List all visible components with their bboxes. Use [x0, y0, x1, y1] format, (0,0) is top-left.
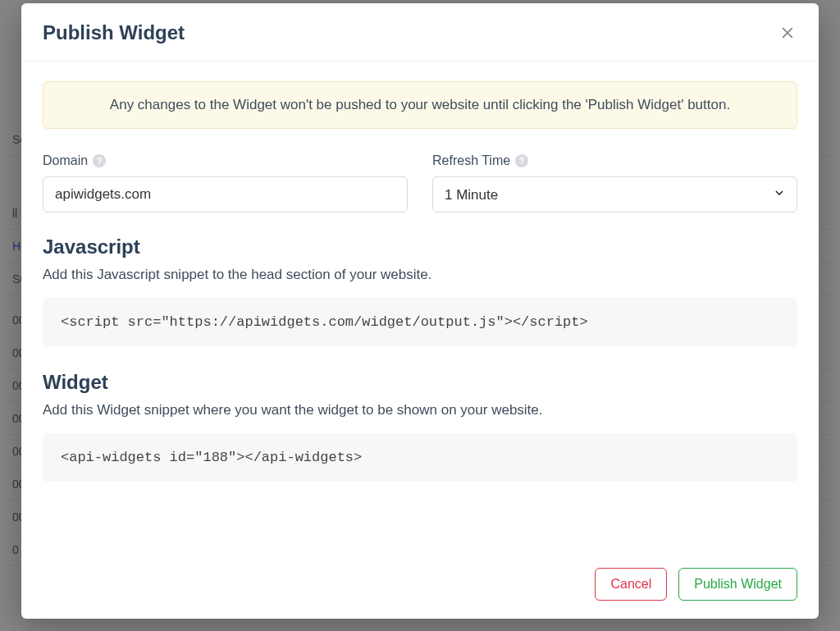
widget-section-title: Widget: [43, 371, 797, 394]
widget-section-desc: Add this Widget snippet where you want t…: [43, 402, 797, 418]
domain-field-group: Domain ?: [43, 153, 408, 213]
help-icon[interactable]: ?: [93, 154, 106, 167]
close-button[interactable]: [778, 23, 797, 43]
domain-label: Domain ?: [43, 153, 408, 168]
close-icon: [779, 25, 796, 41]
modal-footer: Cancel Publish Widget: [21, 556, 819, 619]
javascript-section-title: Javascript: [43, 235, 797, 258]
modal-title: Publish Widget: [43, 21, 185, 44]
widget-code-block[interactable]: <api-widgets id="188"></api-widgets>: [43, 433, 797, 482]
domain-input[interactable]: [43, 176, 408, 213]
refresh-time-select[interactable]: 1 Minute: [432, 176, 797, 213]
label-text: Domain: [43, 153, 88, 168]
refresh-field-group: Refresh Time ? 1 Minute: [432, 153, 797, 213]
help-icon[interactable]: ?: [515, 154, 528, 167]
form-row: Domain ? Refresh Time ? 1 Minute: [43, 153, 797, 213]
javascript-section-desc: Add this Javascript snippet to the head …: [43, 267, 797, 283]
javascript-code-block[interactable]: <script src="https://apiwidgets.com/widg…: [43, 298, 797, 346]
modal-header: Publish Widget: [21, 3, 819, 62]
publish-widget-button[interactable]: Publish Widget: [678, 568, 797, 601]
label-text: Refresh Time: [432, 153, 510, 168]
cancel-button[interactable]: Cancel: [595, 568, 667, 601]
refresh-label: Refresh Time ?: [432, 153, 797, 168]
publish-warning-alert: Any changes to the Widget won't be pushe…: [43, 81, 797, 129]
modal-body: Any changes to the Widget won't be pushe…: [21, 62, 819, 556]
publish-widget-modal: Publish Widget Any changes to the Widget…: [21, 3, 819, 619]
refresh-select-wrap: 1 Minute: [432, 176, 797, 213]
